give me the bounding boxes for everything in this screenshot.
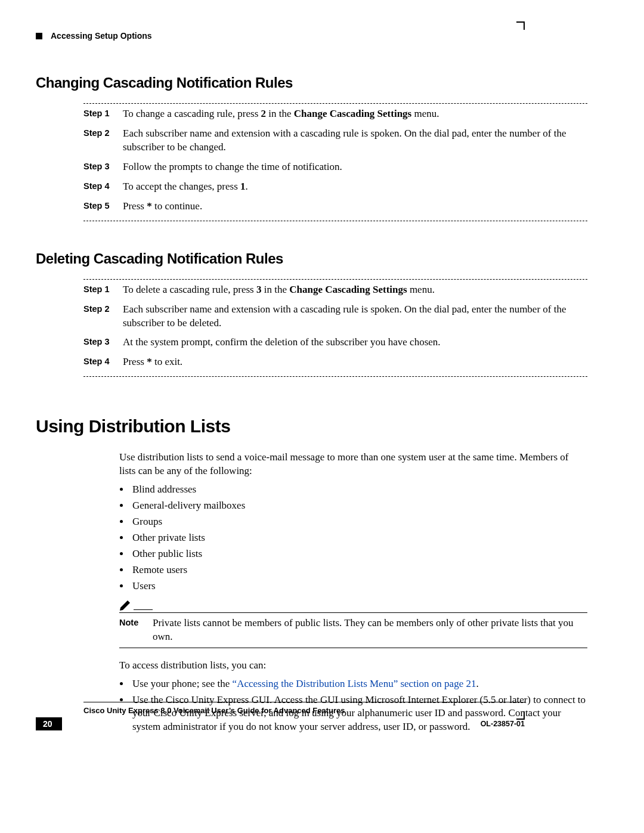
step-row: Step 2 Each subscriber name and extensio… bbox=[83, 299, 587, 333]
step-list-end-rule bbox=[83, 221, 587, 222]
step-list-end-rule bbox=[83, 376, 587, 377]
step-text: To accept the changes, press 1. bbox=[123, 180, 587, 194]
footer-doc-title: Cisco Unity Express 8.0 Voicemail User’s… bbox=[83, 706, 525, 715]
step-text: Each subscriber name and extension with … bbox=[123, 303, 587, 330]
list-item: Users bbox=[130, 580, 587, 593]
header-square-icon bbox=[36, 33, 42, 39]
header-text: Accessing Setup Options bbox=[51, 31, 152, 41]
list-item: Remote users bbox=[130, 563, 587, 577]
step-list-changing: Step 1 To change a cascading rule, press… bbox=[83, 103, 587, 216]
step-text: Press * to continue. bbox=[123, 200, 587, 213]
step-text: Follow the prompts to change the time of… bbox=[123, 160, 587, 174]
step-label: Step 4 bbox=[83, 355, 123, 369]
step-label: Step 1 bbox=[83, 107, 123, 121]
step-row: Step 1 To delete a cascading rule, press… bbox=[83, 280, 587, 299]
list-item: Use your phone; see the “Accessing the D… bbox=[130, 677, 587, 691]
page-number: 20 bbox=[36, 717, 62, 730]
step-label: Step 4 bbox=[83, 180, 123, 194]
list-item: Blind addresses bbox=[130, 483, 587, 497]
step-label: Step 2 bbox=[83, 303, 123, 330]
step-text: Each subscriber name and extension with … bbox=[123, 127, 587, 154]
step-row: Step 2 Each subscriber name and extensio… bbox=[83, 123, 587, 157]
step-label: Step 3 bbox=[83, 160, 123, 174]
step-label: Step 5 bbox=[83, 200, 123, 213]
step-label: Step 3 bbox=[83, 336, 123, 349]
pencil-icon bbox=[119, 599, 134, 611]
step-text: At the system prompt, confirm the deleti… bbox=[123, 336, 587, 349]
step-row: Step 4 Press * to exit. bbox=[83, 352, 587, 371]
list-item: Other private lists bbox=[130, 531, 587, 545]
heading-distribution-lists: Using Distribution Lists bbox=[36, 416, 587, 436]
step-row: Step 3 Follow the prompts to change the … bbox=[83, 157, 587, 176]
svg-marker-0 bbox=[120, 600, 130, 611]
intro-paragraph: Use distribution lists to send a voice-m… bbox=[119, 451, 587, 478]
access-intro: To access distribution lists, you can: bbox=[119, 659, 587, 673]
member-type-list: Blind addresses General-delivery mailbox… bbox=[119, 483, 587, 593]
heading-deleting-rules: Deleting Cascading Notification Rules bbox=[36, 250, 587, 267]
pencil-underline bbox=[134, 609, 153, 610]
running-header: Accessing Setup Options bbox=[36, 31, 525, 41]
list-item: General-delivery mailboxes bbox=[130, 499, 587, 513]
step-row: Step 1 To change a cascading rule, press… bbox=[83, 104, 587, 123]
step-row: Step 3 At the system prompt, confirm the… bbox=[83, 332, 587, 352]
note-label: Note bbox=[119, 617, 153, 644]
list-item: Other public lists bbox=[130, 547, 587, 561]
page-footer: Cisco Unity Express 8.0 Voicemail User’s… bbox=[36, 702, 525, 730]
heading-changing-rules: Changing Cascading Notification Rules bbox=[36, 75, 587, 91]
step-text: To delete a cascading rule, press 3 in t… bbox=[123, 283, 587, 297]
list-item: Groups bbox=[130, 515, 587, 529]
note-text: Private lists cannot be members of publi… bbox=[153, 617, 587, 644]
step-label: Step 1 bbox=[83, 283, 123, 297]
link-distribution-menu[interactable]: “Accessing the Distribution Lists Menu” … bbox=[233, 678, 476, 689]
step-text: To change a cascading rule, press 2 in t… bbox=[123, 107, 587, 121]
step-row: Step 5 Press * to continue. bbox=[83, 196, 587, 216]
step-row: Step 4 To accept the changes, press 1. bbox=[83, 176, 587, 196]
note-callout: Note Private lists cannot be members of … bbox=[119, 599, 587, 648]
footer-doc-id: OL-23857-01 bbox=[481, 720, 525, 728]
step-text: Press * to exit. bbox=[123, 355, 587, 369]
step-label: Step 2 bbox=[83, 127, 123, 154]
step-list-deleting: Step 1 To delete a cascading rule, press… bbox=[83, 279, 587, 372]
crop-mark-tr bbox=[516, 21, 525, 30]
